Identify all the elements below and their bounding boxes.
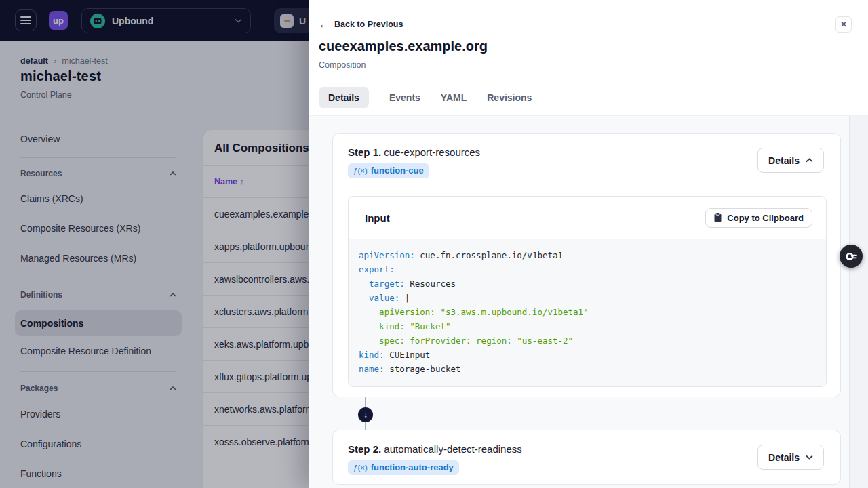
chevron-up-icon — [806, 158, 813, 163]
step-2-label: Step 2. — [348, 443, 381, 455]
close-button[interactable]: ✕ — [835, 16, 852, 33]
input-card: Input Copy to Clipboard apiVersion: cue.… — [348, 196, 827, 387]
code-line: export: — [359, 262, 826, 277]
copy-label: Copy to Clipboard — [727, 213, 804, 223]
arrow-down-circle-icon: ↓ — [358, 407, 373, 422]
function-icon: ƒ(×) — [353, 464, 368, 472]
code-token: kind: "Bucket" — [359, 321, 450, 331]
code-token: name: — [359, 364, 384, 374]
function-badge-label: function-cue — [371, 165, 424, 176]
code-line: target: Resources — [359, 277, 826, 291]
code-token: cue.fn.crossplane.io/v1beta1 — [415, 250, 563, 260]
panel-body: Step 1. cue-export-resources ƒ(×) functi… — [309, 115, 868, 488]
tab-revisions[interactable]: Revisions — [487, 92, 532, 103]
code-token: value: — [369, 293, 399, 303]
resource-center-widget-button[interactable] — [840, 245, 863, 268]
step-1-name: cue-export-resources — [384, 146, 480, 158]
step-2-name: automatically-detect-readiness — [384, 443, 521, 455]
panel-tabs: DetailsEventsYAMLRevisions — [319, 87, 532, 108]
code-token: kind: — [359, 350, 384, 360]
input-heading: Input — [365, 212, 390, 224]
tab-details[interactable]: Details — [319, 87, 369, 108]
back-label: Back to Previous — [334, 20, 403, 29]
tab-events[interactable]: Events — [389, 92, 420, 103]
step-1-details-button[interactable]: Details — [757, 148, 824, 173]
bell-list-icon — [845, 250, 858, 263]
yaml-code-block[interactable]: apiVersion: cue.fn.crossplane.io/v1beta1… — [349, 239, 826, 387]
panel-subtitle: Composition — [319, 60, 366, 70]
clipboard-icon — [714, 213, 722, 222]
screen: up Upbound U default › mich — [0, 0, 868, 488]
code-line: value: | — [359, 291, 826, 305]
code-line: spec: forProvider: region: "us-east-2" — [359, 333, 826, 348]
code-line: kind: "Bucket" — [359, 319, 826, 333]
chevron-down-icon — [806, 455, 813, 460]
details-label: Details — [768, 452, 800, 463]
back-arrow-icon: ← — [319, 19, 329, 29]
step-2-details-button[interactable]: Details — [757, 445, 824, 470]
scrollbar-track[interactable] — [849, 116, 868, 488]
code-token: storage-bucket — [384, 364, 461, 374]
step-2-title: Step 2. automatically-detect-readiness — [348, 443, 825, 455]
function-badge: ƒ(×) function-cue — [348, 163, 429, 178]
function-badge: ƒ(×) function-auto-ready — [348, 460, 459, 475]
close-icon: ✕ — [840, 20, 847, 29]
code-token: target: — [369, 279, 405, 289]
function-icon: ƒ(×) — [353, 167, 368, 175]
code-token: apiVersion: "s3.aws.m.upbound.io/v1beta1… — [359, 307, 589, 317]
code-token — [359, 279, 369, 289]
code-line: apiVersion: cue.fn.crossplane.io/v1beta1 — [359, 248, 826, 262]
detail-panel: ← Back to Previous ✕ cueexamples.example… — [309, 0, 868, 488]
code-line: kind: CUEInput — [359, 348, 826, 362]
code-token: spec: forProvider: region: "us-east-2" — [359, 336, 573, 346]
panel-title: cueexamples.example.org — [319, 39, 488, 54]
code-token: | — [399, 293, 410, 303]
code-line: apiVersion: "s3.aws.m.upbound.io/v1beta1… — [359, 305, 826, 319]
step-1-title: Step 1. cue-export-resources — [348, 146, 825, 158]
down-arrow-glyph: ↓ — [363, 410, 368, 420]
code-token: CUEInput — [384, 350, 431, 360]
code-token: apiVersion: — [359, 250, 415, 260]
details-label: Details — [768, 155, 800, 166]
copy-to-clipboard-button[interactable]: Copy to Clipboard — [705, 208, 812, 228]
function-badge-label: function-auto-ready — [371, 462, 454, 472]
step-2-card: Step 2. automatically-detect-readiness ƒ… — [332, 430, 841, 485]
code-line: name: storage-bucket — [359, 362, 826, 376]
step-1-label: Step 1. — [348, 146, 381, 158]
back-to-previous-button[interactable]: ← Back to Previous — [319, 19, 403, 29]
tab-yaml[interactable]: YAML — [441, 92, 467, 103]
code-token: Resources — [405, 279, 456, 289]
step-1-card: Step 1. cue-export-resources ƒ(×) functi… — [332, 133, 841, 397]
code-token: export: — [359, 264, 395, 274]
code-token — [359, 293, 369, 303]
input-card-header: Input Copy to Clipboard — [349, 197, 826, 239]
